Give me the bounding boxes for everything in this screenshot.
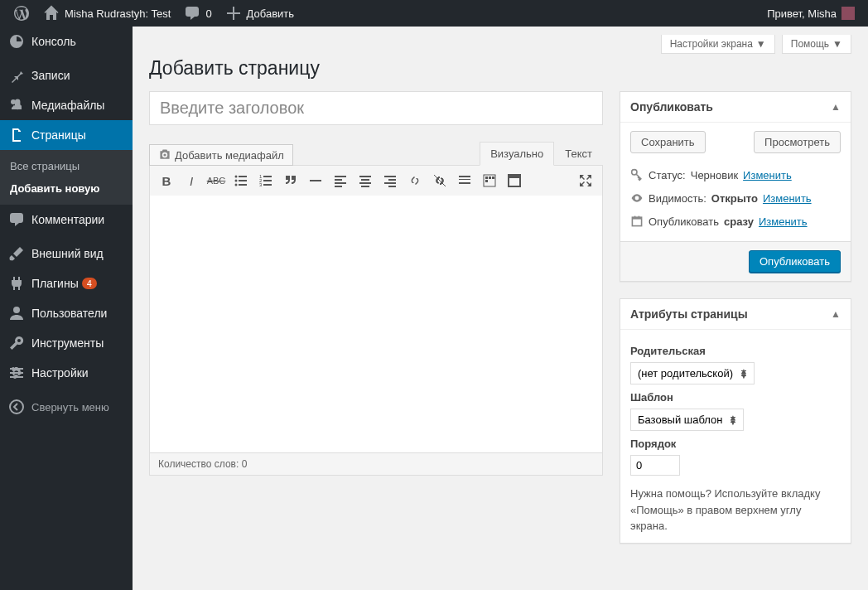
- svg-rect-28: [359, 182, 371, 184]
- parent-label: Родительская: [630, 345, 841, 357]
- publish-box: Опубликовать▲ Сохранить Просмотреть Стат…: [620, 91, 851, 282]
- attributes-help-text: Нужна помощь? Используйте вкладку «Помощ…: [630, 486, 841, 534]
- submenu-all-pages[interactable]: Все страницы: [0, 155, 133, 177]
- comments-icon: [8, 211, 25, 228]
- hr-button[interactable]: [304, 169, 327, 192]
- numbered-list-button[interactable]: 123: [254, 169, 277, 192]
- template-select[interactable]: Базовый шаблон: [630, 409, 744, 431]
- align-right-button[interactable]: [379, 169, 402, 192]
- comments-link[interactable]: 0: [177, 0, 218, 27]
- menu-media[interactable]: Медиафайлы: [0, 90, 133, 120]
- unlink-button[interactable]: [428, 169, 451, 192]
- svg-rect-36: [459, 182, 470, 184]
- status-row: Статус: Черновик Изменить: [630, 163, 841, 186]
- order-input[interactable]: [630, 455, 680, 476]
- chevron-up-icon: ▲: [831, 101, 841, 113]
- user-icon: [8, 305, 25, 322]
- bold-button[interactable]: B: [155, 169, 178, 192]
- chevron-down-icon: ▼: [756, 38, 766, 50]
- svg-point-7: [13, 375, 17, 379]
- screen-options-tab[interactable]: Настройки экрана ▼: [661, 35, 775, 54]
- svg-rect-34: [459, 176, 470, 177]
- menu-plugins[interactable]: Плагины4: [0, 268, 133, 298]
- key-icon: [630, 168, 644, 181]
- svg-rect-33: [388, 186, 396, 187]
- menu-users[interactable]: Пользователи: [0, 298, 133, 328]
- publish-button[interactable]: Опубликовать: [749, 250, 841, 273]
- dashboard-icon: [8, 33, 25, 50]
- edit-schedule-link[interactable]: Изменить: [759, 215, 808, 228]
- submenu-add-page[interactable]: Добавить новую: [0, 177, 133, 200]
- svg-rect-24: [335, 182, 346, 184]
- wordpress-icon: [13, 5, 30, 22]
- save-draft-button[interactable]: Сохранить: [630, 131, 706, 153]
- menu-dashboard[interactable]: Консоль: [0, 27, 133, 56]
- svg-rect-43: [509, 175, 520, 178]
- menu-collapse[interactable]: Свернуть меню: [0, 392, 133, 422]
- edit-status-link[interactable]: Изменить: [743, 169, 792, 181]
- page-title: Добавить страницу: [149, 57, 851, 80]
- menu-posts[interactable]: Записи: [0, 60, 133, 90]
- svg-point-5: [12, 367, 15, 370]
- schedule-row: Опубликовать сразу Изменить: [630, 210, 841, 233]
- svg-point-8: [10, 400, 23, 413]
- admin-bar: Misha Rudrastyh: Test 0 Добавить Привет,…: [0, 0, 868, 27]
- eye-icon: [630, 191, 644, 205]
- post-title-input[interactable]: [149, 91, 603, 125]
- svg-text:3: 3: [259, 182, 263, 187]
- align-left-button[interactable]: [329, 169, 352, 192]
- wp-logo[interactable]: [7, 0, 36, 27]
- admin-sidebar: Консоль Записи Медиафайлы Страницы Все с…: [0, 27, 133, 590]
- menu-settings[interactable]: Настройки: [0, 358, 133, 388]
- plus-icon: [225, 5, 242, 22]
- bullet-list-button[interactable]: [229, 169, 253, 192]
- svg-rect-16: [263, 176, 272, 177]
- plugin-icon: [8, 275, 25, 292]
- template-label: Шаблон: [630, 391, 841, 404]
- align-center-button[interactable]: [354, 169, 377, 192]
- publish-box-header[interactable]: Опубликовать▲: [620, 92, 851, 123]
- menu-comments[interactable]: Комментарии: [0, 205, 133, 235]
- word-count: Количество слов: 0: [150, 452, 602, 475]
- editor-content[interactable]: [150, 196, 602, 452]
- menu-tools[interactable]: Инструменты: [0, 328, 133, 358]
- italic-button[interactable]: I: [180, 169, 203, 192]
- attributes-box-header[interactable]: Атрибуты страницы▲: [620, 299, 851, 330]
- home-icon: [43, 5, 60, 22]
- svg-rect-48: [639, 216, 640, 219]
- distraction-free-button[interactable]: [503, 169, 526, 192]
- strikethrough-button[interactable]: ABC: [205, 169, 228, 192]
- fullscreen-button[interactable]: [574, 169, 597, 192]
- pages-icon: [8, 127, 25, 143]
- link-button[interactable]: [403, 169, 427, 192]
- svg-rect-40: [492, 177, 494, 179]
- add-new-link[interactable]: Добавить: [219, 0, 301, 27]
- svg-point-9: [235, 176, 238, 178]
- svg-rect-39: [489, 177, 491, 179]
- svg-point-0: [11, 99, 16, 104]
- svg-rect-14: [239, 184, 247, 186]
- svg-rect-21: [310, 180, 321, 181]
- quote-button[interactable]: [279, 169, 302, 192]
- svg-point-1: [13, 307, 20, 313]
- help-tab[interactable]: Помощь ▼: [782, 35, 851, 54]
- visibility-row: Видимость: Открыто Изменить: [630, 186, 841, 210]
- add-media-button[interactable]: Добавить медиафайл: [149, 144, 293, 166]
- camera-icon: [158, 148, 171, 162]
- svg-rect-23: [335, 179, 342, 181]
- svg-rect-26: [359, 176, 371, 177]
- editor-tab-text[interactable]: Текст: [554, 142, 603, 166]
- parent-select[interactable]: (нет родительской): [630, 362, 755, 384]
- brush-icon: [8, 245, 25, 262]
- site-link[interactable]: Misha Rudrastyh: Test: [36, 0, 177, 27]
- more-button[interactable]: [453, 169, 476, 192]
- toolbar-toggle-button[interactable]: [478, 169, 501, 192]
- menu-appearance[interactable]: Внешний вид: [0, 239, 133, 268]
- user-greeting[interactable]: Привет, Misha: [760, 0, 861, 27]
- svg-point-11: [235, 180, 238, 182]
- preview-button[interactable]: Просмотреть: [754, 131, 841, 153]
- submenu-pages: Все страницы Добавить новую: [0, 150, 133, 205]
- editor-tab-visual[interactable]: Визуально: [480, 142, 554, 166]
- edit-visibility-link[interactable]: Изменить: [763, 192, 812, 205]
- menu-pages[interactable]: Страницы: [0, 120, 133, 150]
